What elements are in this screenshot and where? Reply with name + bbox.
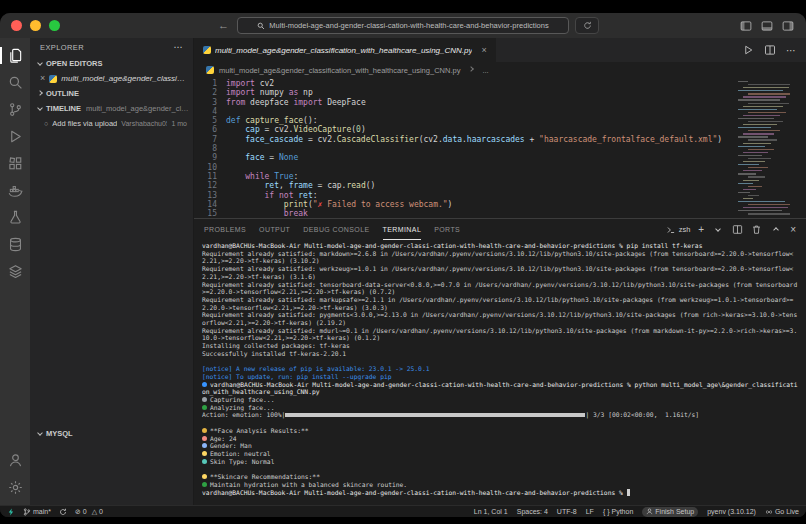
terminal-icon — [666, 225, 676, 235]
run-debug-icon — [8, 129, 23, 144]
terminal-cursor — [627, 489, 631, 496]
code-editor[interactable]: 1import cv22import numpy as np3from deep… — [194, 78, 806, 218]
language-mode-status[interactable]: { } Python — [603, 508, 633, 515]
code-line: 9 face = None — [194, 153, 806, 162]
chevron-down-icon[interactable] — [715, 226, 721, 232]
minimize-window-button[interactable] — [30, 20, 41, 31]
activity-source-control[interactable] — [0, 96, 30, 123]
terminal-line: Requirement already satisfied: pygments<… — [202, 311, 798, 326]
activity-account[interactable] — [0, 447, 30, 474]
section-outline[interactable]: OUTLINE — [30, 86, 193, 101]
activity-testing[interactable] — [0, 204, 30, 231]
command-center-search[interactable]: Multi-model-age-and-gender-classi-cation… — [237, 17, 569, 34]
activity-layers[interactable] — [0, 258, 30, 285]
terminal-output[interactable]: vardhan@BACHUs-MacBook-Air Multi-model-a… — [194, 240, 806, 505]
code-line: 8 — [194, 144, 806, 153]
encoding-status[interactable]: UTF-8 — [557, 508, 577, 515]
source-control-icon — [8, 102, 23, 117]
terminal-line: Action: emotion: 100%|| 3/3 [00:02<00:00… — [202, 411, 798, 419]
docker-icon — [8, 183, 23, 198]
code-line: 7 face_cascade = cv2.CascadeClassifier(c… — [194, 135, 806, 144]
timeline-label: TIMELINE — [46, 104, 81, 113]
terminal-line: [notice] A new release of pip is availab… — [202, 365, 798, 373]
tab-ports[interactable]: PORTS — [434, 219, 460, 240]
layout-sidebar-left-icon[interactable] — [740, 20, 752, 32]
python-interpreter-status[interactable]: pyenv (3.10.12) — [707, 508, 756, 515]
activity-database[interactable] — [0, 231, 30, 258]
account-icon — [8, 453, 23, 468]
activity-run-debug[interactable] — [0, 123, 30, 150]
section-timeline[interactable]: TIMELINE multi_model_age&gender_classifi… — [30, 101, 193, 116]
terminal-line — [202, 465, 798, 473]
terminal-line: Emotion: neutral — [202, 450, 798, 458]
terminal-line: vardhan@BACHUs-MacBook-Air Multi-model-a… — [202, 242, 798, 250]
camera-icon — [202, 397, 207, 402]
trash-icon[interactable] — [751, 224, 762, 235]
error-icon: ⊘ — [75, 508, 81, 516]
panel-tab-bar: PROBLEMS OUTPUT DEBUG CONSOLE TERMINAL P… — [194, 219, 806, 240]
section-mysql[interactable]: MYSQL — [30, 426, 193, 441]
layout-sidebar-right-icon[interactable] — [782, 20, 794, 32]
timeline-entry[interactable]: ○ Add files via upload Varshabachu050 1 … — [30, 116, 193, 131]
remote-indicator-icon[interactable] — [7, 508, 15, 516]
close-panel-icon[interactable]: × — [790, 224, 796, 235]
split-terminal-icon[interactable] — [732, 224, 743, 235]
minimap[interactable] — [738, 81, 790, 215]
terminal-line: Requirement already satisfied: mdurl~=0.… — [202, 327, 798, 342]
breadcrumb: multi_model_age&gender_classification_wi… — [194, 62, 806, 78]
more-actions-icon[interactable]: ⋯ — [786, 45, 796, 56]
person-icon — [202, 443, 207, 448]
mysql-label: MYSQL — [46, 429, 73, 438]
close-icon[interactable]: × — [40, 74, 45, 83]
check-mark-icon — [202, 482, 207, 487]
new-terminal-icon[interactable]: + — [698, 224, 704, 235]
terminal-line — [202, 358, 798, 366]
errors-warnings-status[interactable]: ⊘ 0 △ 0 — [75, 508, 103, 516]
chevron-right-icon — [469, 66, 475, 72]
indentation-status[interactable]: Spaces: 4 — [517, 508, 548, 515]
testing-flask-icon — [8, 210, 23, 225]
activity-docker[interactable] — [0, 177, 30, 204]
activity-extensions[interactable] — [0, 150, 30, 177]
gear-icon — [8, 480, 23, 495]
close-window-button[interactable] — [11, 20, 22, 31]
broadcast-icon — [765, 508, 773, 516]
search-icon — [8, 75, 23, 90]
breadcrumb-more[interactable]: ... — [482, 66, 488, 75]
code-lines: 1import cv22import numpy as np3from deep… — [194, 79, 806, 218]
back-arrow-icon[interactable]: ← — [218, 20, 229, 31]
sidebar-more-actions-icon[interactable]: ⋯ — [174, 42, 183, 52]
breadcrumb-file[interactable]: multi_model_age&gender_classification_wi… — [219, 66, 460, 75]
editor-tab[interactable]: multi_model_age&gender_classification_wi… — [194, 38, 496, 62]
open-editors-label: OPEN EDITORS — [46, 59, 103, 68]
close-tab-icon[interactable]: × — [481, 45, 486, 55]
activity-search[interactable] — [0, 69, 30, 96]
terminal-line: Requirement already satisfied: tensorboa… — [202, 281, 798, 296]
maximize-window-button[interactable] — [49, 20, 60, 31]
cursor-position-status[interactable]: Ln 1, Col 1 — [474, 508, 508, 515]
tab-terminal[interactable]: TERMINAL — [383, 219, 422, 240]
chevron-right-icon — [37, 90, 43, 96]
go-live-button[interactable]: Go Live — [765, 508, 799, 516]
open-editor-item[interactable]: × multi_model_age&gender_classification_… — [30, 71, 193, 86]
git-branch-status[interactable]: main* — [23, 508, 51, 516]
sync-changes-icon[interactable] — [59, 508, 67, 516]
tab-debug-console[interactable]: DEBUG CONSOLE — [303, 219, 369, 240]
activity-explorer[interactable] — [0, 42, 30, 69]
terminal-line: Requirement already satisfied: markupsaf… — [202, 296, 798, 311]
section-open-editors[interactable]: OPEN EDITORS — [30, 56, 193, 71]
finish-setup-button[interactable]: Finish Setup — [642, 507, 698, 517]
maximize-panel-icon[interactable] — [773, 227, 779, 233]
eol-status[interactable]: LF — [586, 508, 594, 515]
split-editor-icon[interactable] — [764, 44, 776, 56]
terminal-line: Age: 24 — [202, 435, 798, 443]
run-file-icon[interactable] — [742, 44, 754, 56]
tab-problems[interactable]: PROBLEMS — [204, 219, 246, 240]
vscode-window: ← → Multi-model-age-and-gender-classi-ca… — [0, 0, 806, 524]
tab-output[interactable]: OUTPUT — [259, 219, 290, 240]
chevron-down-icon — [37, 105, 43, 111]
layout-panel-icon[interactable] — [761, 20, 773, 32]
terminal-profile-select[interactable]: zsh — [666, 225, 691, 235]
activity-settings[interactable] — [0, 474, 30, 501]
sync-icon[interactable] — [575, 17, 599, 34]
